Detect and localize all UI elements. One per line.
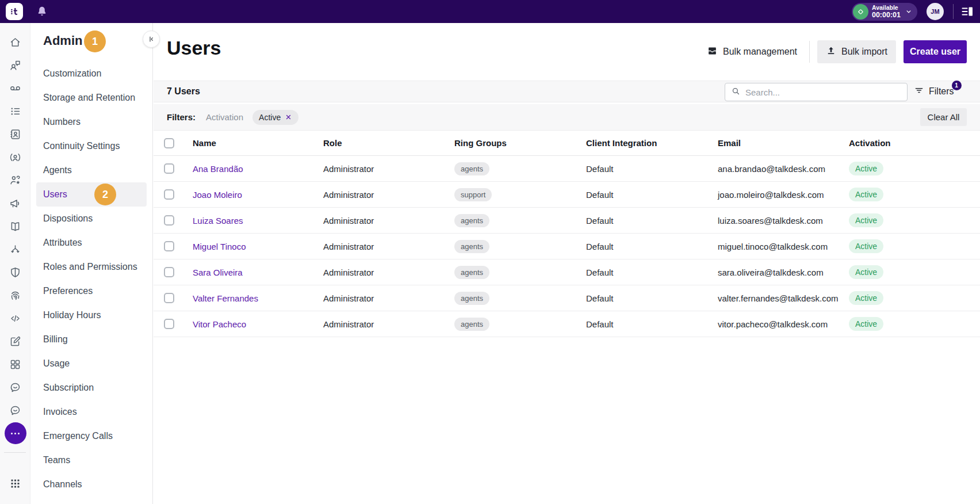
sidebar-item-teams[interactable]: Teams <box>30 448 152 472</box>
sidebar-item-customization[interactable]: Customization <box>30 62 152 86</box>
row-checkbox[interactable] <box>164 319 174 329</box>
user-email: miguel.tinoco@talkdesk.com <box>718 242 849 251</box>
page-title: Users <box>167 37 221 59</box>
user-name-link[interactable]: Vitor Pacheco <box>193 319 323 329</box>
sidebar-item-attributes[interactable]: Attributes <box>30 231 152 255</box>
user-name-link[interactable]: Miguel Tinoco <box>193 242 323 251</box>
sidebar-item-label: Subscription <box>43 383 94 393</box>
compose-icon[interactable] <box>0 330 30 353</box>
user-count: 7 Users <box>167 86 200 97</box>
apps-icon[interactable] <box>0 472 30 495</box>
contacts-icon[interactable] <box>0 123 30 146</box>
sidebar-item-holiday-hours[interactable]: Holiday Hours <box>30 303 152 327</box>
column-header-role: Role <box>323 138 454 148</box>
table-row: Ana BrandãoAdministratoragentsDefaultana… <box>154 156 980 182</box>
column-header-ring-groups: Ring Groups <box>454 138 586 148</box>
sidebar-item-subscription[interactable]: Subscription <box>30 376 152 400</box>
user-name-link[interactable]: Sara Oliveira <box>193 268 323 277</box>
table-row: Valter FernandesAdministratoragentsDefau… <box>154 285 980 311</box>
row-checkbox[interactable] <box>164 215 174 226</box>
talkdesk-logo[interactable] <box>6 3 23 20</box>
row-checkbox[interactable] <box>164 267 174 277</box>
status-available-icon <box>853 4 868 20</box>
developer-icon[interactable] <box>0 307 30 330</box>
activation-badge: Active <box>849 317 883 331</box>
client-integration: Default <box>586 293 718 303</box>
create-user-button[interactable]: Create user <box>904 40 967 63</box>
feedback-icon[interactable] <box>0 376 30 399</box>
table-row: Sara OliveiraAdministratoragentsDefaults… <box>154 259 980 285</box>
knowledge-icon[interactable] <box>0 215 30 238</box>
team-star-icon[interactable] <box>0 169 30 192</box>
filters-count-badge: 1 <box>952 81 962 90</box>
sidebar-item-numbers[interactable]: Numbers <box>30 110 152 134</box>
row-checkbox[interactable] <box>164 241 174 251</box>
activation-badge: Active <box>849 265 883 279</box>
sidebar-item-continuity-settings[interactable]: Continuity Settings <box>30 134 152 158</box>
campaign-icon[interactable] <box>0 192 30 215</box>
sidebar-item-agents[interactable]: Agents <box>30 158 152 182</box>
user-name-link[interactable]: Luiza Soares <box>193 216 323 226</box>
sidebar-item-usage[interactable]: Usage <box>30 352 152 376</box>
sidebar-item-invoices[interactable]: Invoices <box>30 400 152 424</box>
sidebar-item-label: Emergency Calls <box>43 431 113 441</box>
user-name-link[interactable]: Valter Fernandes <box>193 293 323 303</box>
home-icon[interactable] <box>0 30 30 54</box>
notifications-bell-icon[interactable] <box>36 5 48 18</box>
top-bar: Available 00:00:01 JM <box>0 0 980 23</box>
dashboard-icon[interactable] <box>0 353 30 376</box>
user-email: valter.fernandes@talkdesk.com <box>718 293 849 303</box>
fingerprint-icon[interactable] <box>0 284 30 307</box>
routing-icon[interactable] <box>0 238 30 261</box>
user-role: Administrator <box>323 190 454 200</box>
sidebar-item-label: Billing <box>43 334 68 345</box>
search-input[interactable] <box>745 87 901 97</box>
client-integration: Default <box>586 242 718 251</box>
user-name-link[interactable]: Joao Moleiro <box>193 190 323 200</box>
client-integration: Default <box>586 164 718 174</box>
filters-button[interactable]: Filters 1 <box>914 85 954 98</box>
sidebar-item-storage-and-retention[interactable]: Storage and Retention <box>30 86 152 110</box>
sidebar-item-emergency-calls[interactable]: Emergency Calls <box>30 424 152 448</box>
sidebar-item-channels[interactable]: Channels <box>30 472 152 497</box>
sidebar-item-billing[interactable]: Billing <box>30 327 152 352</box>
agent-status-selector[interactable]: Available 00:00:01 <box>852 3 917 21</box>
chevron-down-icon <box>905 7 913 16</box>
sidebar-item-roles-and-permissions[interactable]: Roles and Permissions <box>30 255 152 279</box>
row-checkbox[interactable] <box>164 163 174 174</box>
client-integration: Default <box>586 268 718 277</box>
bulk-import-button[interactable]: Bulk import <box>817 40 896 63</box>
status-label: Available <box>872 4 901 11</box>
ring-group-chip: agents <box>454 240 489 253</box>
avatar[interactable]: JM <box>927 3 944 20</box>
conversations-icon[interactable] <box>0 54 30 77</box>
sidebar-item-label: Channels <box>43 479 82 490</box>
sidebar-collapse-button[interactable] <box>143 30 160 48</box>
bulk-management-button[interactable]: Bulk management <box>702 40 802 63</box>
row-checkbox[interactable] <box>164 189 174 200</box>
sidebar-item-users[interactable]: Users2 <box>36 182 147 207</box>
side-panel-icon[interactable] <box>960 5 974 18</box>
agent-icon[interactable] <box>0 146 30 169</box>
filters-bar-label: Filters: <box>167 112 196 122</box>
sidebar-item-dispositions[interactable]: Dispositions <box>30 207 152 231</box>
remove-filter-icon[interactable] <box>285 113 292 121</box>
row-checkbox[interactable] <box>164 293 174 303</box>
sidebar-item-label: Users <box>43 189 67 200</box>
table-row: Luiza SoaresAdministratoragentsDefaultlu… <box>154 208 980 234</box>
more-icon[interactable] <box>0 422 30 445</box>
sidebar-item-label: Teams <box>43 455 70 465</box>
user-role: Administrator <box>323 242 454 251</box>
checklist-icon[interactable] <box>0 100 30 123</box>
sidebar-item-preferences[interactable]: Preferences <box>30 279 152 303</box>
sidebar-item-label: Preferences <box>43 286 93 296</box>
voicemail-icon[interactable] <box>0 77 30 100</box>
select-all-checkbox[interactable] <box>164 138 174 148</box>
sidebar-item-label: Agents <box>43 165 72 175</box>
clear-all-button[interactable]: Clear All <box>920 108 967 126</box>
user-name-link[interactable]: Ana Brandão <box>193 164 323 174</box>
security-icon[interactable] <box>0 261 30 284</box>
chat-icon[interactable] <box>0 399 30 422</box>
activation-badge: Active <box>849 239 883 253</box>
client-integration: Default <box>586 190 718 200</box>
